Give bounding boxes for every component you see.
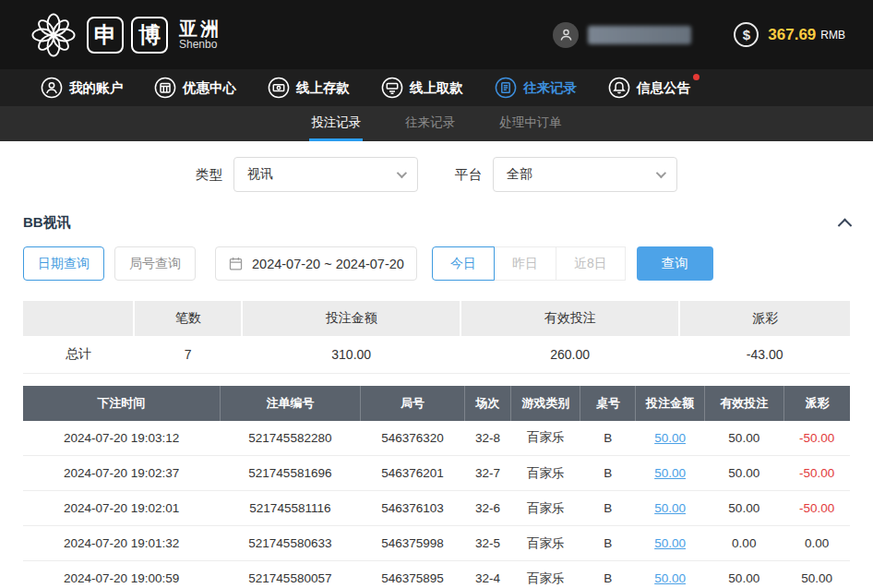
search-button[interactable]: 查询 bbox=[637, 246, 713, 281]
account-area: $ 367.69 RMB bbox=[553, 22, 845, 48]
bet-amount-link[interactable]: 50.00 bbox=[654, 501, 686, 515]
cell-valid: 50.00 bbox=[704, 421, 783, 456]
date-range-value: 2024-07-20 ~ 2024-07-20 bbox=[252, 257, 404, 271]
tab-transaction-records[interactable]: 往来记录 bbox=[403, 106, 457, 141]
cell-game: 百家乐 bbox=[511, 561, 580, 588]
col-bet-time: 下注时间 bbox=[23, 386, 220, 421]
tab-processing-orders[interactable]: 处理中订单 bbox=[497, 106, 564, 141]
lotus-flower-icon bbox=[28, 9, 79, 61]
cell-bet-id: 521745581696 bbox=[220, 456, 360, 491]
date-query-button[interactable]: 日期查询 bbox=[23, 246, 104, 281]
platform-select[interactable]: 全部 bbox=[493, 157, 677, 192]
promo-icon bbox=[154, 77, 176, 99]
filter-row: 类型 视讯 平台 全部 bbox=[0, 141, 873, 203]
user-avatar-icon[interactable] bbox=[553, 22, 579, 48]
logo-subtitle: 亚洲 Shenbo bbox=[179, 18, 221, 51]
yesterday-button[interactable]: 昨日 bbox=[494, 246, 556, 281]
summary-bet-amount: 310.00 bbox=[242, 336, 460, 373]
nav-label: 线上取款 bbox=[410, 79, 463, 97]
cell-session: 32-5 bbox=[464, 526, 510, 561]
cell-bet-id: 521745581116 bbox=[220, 491, 360, 526]
cell-valid: 50.00 bbox=[704, 491, 783, 526]
cell-round: 546375895 bbox=[361, 561, 465, 588]
coin-icon: $ bbox=[734, 22, 759, 47]
cell-game: 百家乐 bbox=[511, 526, 580, 561]
logo-char-shen: 申 bbox=[87, 17, 124, 54]
nav-item-announcements[interactable]: 信息公告 bbox=[608, 77, 690, 99]
cell-table: B bbox=[580, 421, 636, 456]
bet-amount-link[interactable]: 50.00 bbox=[654, 466, 686, 480]
summary-header-blank bbox=[23, 301, 134, 336]
type-select[interactable]: 视讯 bbox=[233, 157, 418, 192]
platform-label: 平台 bbox=[455, 166, 482, 184]
today-button[interactable]: 今日 bbox=[432, 246, 495, 281]
cell-session: 32-4 bbox=[464, 561, 510, 588]
summary-header-valid-bet: 有效投注 bbox=[460, 301, 679, 336]
withdraw-icon bbox=[381, 77, 403, 99]
summary-total-row: 总计 7 310.00 260.00 -43.00 bbox=[23, 336, 850, 373]
summary-table: 笔数 投注金额 有效投注 派彩 总计 7 310.00 260.00 -43.0… bbox=[23, 301, 850, 374]
logo-subtitle-en: Shenbo bbox=[179, 39, 221, 51]
calendar-icon bbox=[228, 256, 244, 271]
platform-select-value: 全部 bbox=[507, 166, 532, 183]
cell-payout: -50.00 bbox=[799, 431, 834, 445]
cell-valid: 50.00 bbox=[704, 456, 783, 491]
nav-item-withdraw[interactable]: 线上取款 bbox=[381, 77, 463, 99]
type-label: 类型 bbox=[196, 166, 222, 184]
tab-betting-records[interactable]: 投注记录 bbox=[309, 106, 363, 141]
cell-table: B bbox=[580, 456, 636, 491]
quick-range-group: 今日 昨日 近8日 bbox=[432, 246, 626, 281]
main-nav: 我的账户 优惠中心 线上存款 线上取款 往来记录 信息公告 bbox=[0, 69, 873, 106]
table-row: 2024-07-20 19:03:12 521745582280 5463763… bbox=[23, 421, 850, 456]
logo-subtitle-cn: 亚洲 bbox=[179, 18, 221, 39]
balance-amount: 367.69 bbox=[768, 26, 816, 44]
nav-label: 我的账户 bbox=[69, 79, 123, 97]
account-icon bbox=[41, 77, 63, 99]
nav-label: 信息公告 bbox=[637, 79, 690, 97]
cell-round: 546375998 bbox=[361, 526, 465, 561]
cell-table: B bbox=[580, 526, 636, 561]
nav-item-deposit[interactable]: 线上存款 bbox=[268, 77, 350, 99]
cell-time: 2024-07-20 19:02:37 bbox=[23, 456, 220, 491]
col-bet-id: 注单编号 bbox=[220, 386, 360, 421]
summary-count: 7 bbox=[134, 336, 242, 373]
cell-game: 百家乐 bbox=[511, 421, 580, 456]
summary-payout: -43.00 bbox=[679, 336, 850, 373]
collapse-chevron-icon[interactable] bbox=[838, 219, 853, 234]
cell-session: 32-7 bbox=[464, 456, 510, 491]
last8days-button[interactable]: 近8日 bbox=[556, 246, 626, 281]
cell-game: 百家乐 bbox=[511, 456, 580, 491]
username-blurred bbox=[588, 26, 691, 44]
nav-item-my-account[interactable]: 我的账户 bbox=[41, 77, 123, 99]
cell-time: 2024-07-20 19:02:01 bbox=[23, 491, 220, 526]
cell-valid: 0.00 bbox=[704, 526, 783, 561]
cell-round: 546376320 bbox=[361, 421, 465, 456]
bet-amount-link[interactable]: 50.00 bbox=[654, 536, 686, 550]
table-row: 2024-07-20 19:02:37 521745581696 5463762… bbox=[23, 456, 850, 491]
cell-bet-id: 521745582280 bbox=[220, 421, 360, 456]
site-logo[interactable]: 申 博 亚洲 Shenbo bbox=[28, 9, 221, 61]
nav-item-promo-center[interactable]: 优惠中心 bbox=[154, 77, 236, 99]
date-range-input[interactable]: 2024-07-20 ~ 2024-07-20 bbox=[215, 246, 417, 281]
col-table: 桌号 bbox=[580, 386, 636, 421]
cell-time: 2024-07-20 19:00:59 bbox=[23, 561, 220, 588]
cell-time: 2024-07-20 19:01:32 bbox=[23, 526, 220, 561]
nav-item-records[interactable]: 往来记录 bbox=[495, 77, 577, 99]
records-icon bbox=[495, 77, 517, 99]
bet-amount-link[interactable]: 50.00 bbox=[654, 571, 686, 585]
top-header: 申 博 亚洲 Shenbo $ 367.69 RMB bbox=[0, 0, 873, 69]
deposit-icon bbox=[268, 77, 290, 99]
bet-amount-link[interactable]: 50.00 bbox=[654, 431, 686, 445]
table-row: 2024-07-20 19:01:32 521745580633 5463759… bbox=[23, 526, 850, 561]
cell-bet-id: 521745580633 bbox=[220, 526, 360, 561]
col-payout: 派彩 bbox=[783, 386, 850, 421]
round-query-button[interactable]: 局号查询 bbox=[114, 246, 196, 281]
col-bet-amount: 投注金额 bbox=[636, 386, 704, 421]
summary-valid-bet: 260.00 bbox=[460, 336, 679, 373]
cell-payout: 50.00 bbox=[801, 571, 832, 585]
person-icon bbox=[558, 27, 574, 42]
nav-label: 往来记录 bbox=[523, 79, 577, 97]
col-session: 场次 bbox=[464, 386, 510, 421]
nav-label: 线上存款 bbox=[296, 79, 350, 97]
summary-total-label: 总计 bbox=[23, 336, 134, 373]
